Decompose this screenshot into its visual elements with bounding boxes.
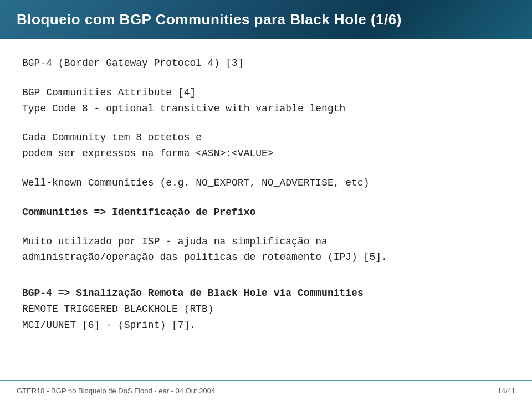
footer-text: GTER18 - BGP no Bloqueio de DoS Flood - …	[17, 387, 215, 395]
section-communities-id: Communities => Identificação de Prefixo	[22, 204, 510, 220]
line-type-code: Type Code 8 - optional transitive with v…	[22, 101, 510, 117]
spacer-1	[22, 77, 510, 85]
line-well-known: Well-known Communities (e.g. NO_EXPORT, …	[22, 175, 510, 191]
line-rtb: REMOTE TRIGGERED BLACKHOLE (RTB)	[22, 301, 510, 317]
header-bar: Bloqueio com BGP Communities para Black …	[0, 0, 532, 39]
section-communities-attr: BGP Communities Attribute [4] Type Code …	[22, 85, 510, 117]
spacer-6	[22, 271, 510, 279]
line-isp-1: Muito utilizado por ISP - ajuda na simpl…	[22, 234, 510, 250]
line-mci: MCI/UUNET [6] - (Sprint) [7].	[22, 317, 510, 334]
line-isp-2: administração/operação das políticas de …	[22, 249, 510, 265]
main-content: BGP-4 (Border Gateway Protocol 4) [3] BG…	[0, 39, 532, 380]
footer-page: 14/41	[497, 387, 515, 395]
spacer-2	[22, 122, 510, 130]
spacer-4	[22, 197, 510, 204]
line-communities-id: Communities => Identificação de Prefixo	[22, 204, 510, 220]
footer-bar: GTER18 - BGP no Bloqueio de DoS Flood - …	[0, 380, 532, 400]
line-bgp4: BGP-4 (Border Gateway Protocol 4) [3]	[22, 55, 510, 71]
section-cada-community: Cada Community tem 8 octetos e podem ser…	[22, 130, 510, 162]
page-title: Bloqueio com BGP Communities para Black …	[17, 11, 402, 28]
line-communities-attr: BGP Communities Attribute [4]	[22, 85, 510, 101]
spacer-3	[22, 167, 510, 175]
section-bgp4: BGP-4 (Border Gateway Protocol 4) [3]	[22, 55, 510, 71]
line-asn-value: podem ser expressos na forma <ASN>:<VALU…	[22, 146, 510, 162]
line-bgp4-blackhole: BGP-4 => Sinalização Remota de Black Hol…	[22, 285, 510, 301]
section-isp: Muito utilizado por ISP - ajuda na simpl…	[22, 234, 510, 266]
section-bgp4-blackhole: BGP-4 => Sinalização Remota de Black Hol…	[22, 285, 510, 333]
spacer-5	[22, 226, 510, 234]
line-cada-community: Cada Community tem 8 octetos e	[22, 130, 510, 146]
section-well-known: Well-known Communities (e.g. NO_EXPORT, …	[22, 175, 510, 191]
